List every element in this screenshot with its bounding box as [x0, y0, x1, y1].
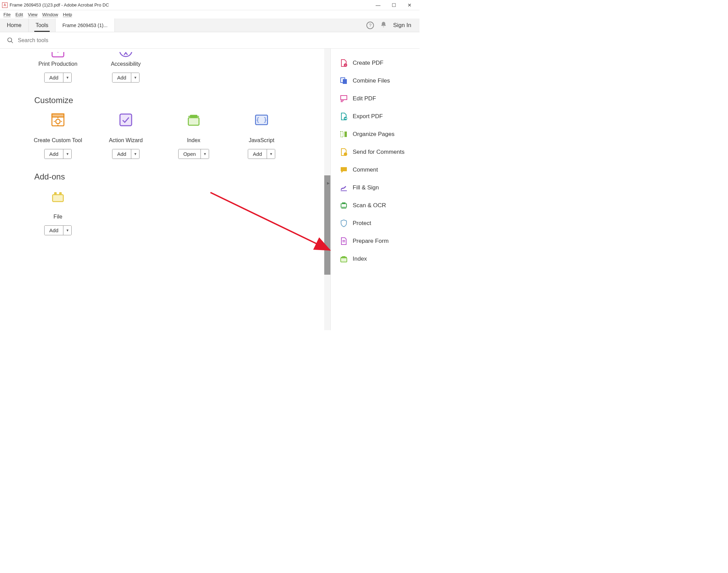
tool-label: Create Custom Tool	[34, 137, 82, 144]
dropdown-icon[interactable]: ▼	[267, 149, 275, 159]
add-button[interactable]: Add	[112, 73, 131, 82]
rp-organize-pages[interactable]: Organize Pages	[331, 125, 420, 143]
rp-scan-ocr[interactable]: Scan & OCR	[331, 197, 420, 214]
menu-file[interactable]: File	[3, 12, 11, 17]
svg-rect-38	[341, 258, 347, 262]
folder-tab-icon	[186, 112, 202, 128]
menu-edit[interactable]: Edit	[15, 12, 23, 17]
dropdown-icon[interactable]: ▼	[63, 226, 71, 235]
prepare-form-icon	[340, 237, 348, 245]
dropdown-icon[interactable]: ▼	[131, 149, 139, 159]
open-split-button[interactable]: Open ▼	[178, 149, 209, 159]
rp-combine-files[interactable]: Combine Files	[331, 72, 420, 90]
check-box-icon	[118, 112, 134, 128]
menu-view[interactable]: View	[28, 12, 37, 17]
open-button[interactable]: Open	[179, 149, 201, 159]
tool-print-production[interactable]: Print Production Add ▼	[24, 49, 92, 89]
add-split-button[interactable]: Add ▼	[44, 149, 72, 159]
tool-label: Print Production	[38, 61, 77, 67]
add-button[interactable]: Add	[45, 149, 63, 159]
addons-row: File Add ▼	[0, 185, 330, 242]
rp-create-pdf[interactable]: + Create PDF	[331, 54, 420, 72]
menu-help[interactable]: Help	[63, 12, 72, 17]
scrollbar-thumb[interactable]	[324, 175, 330, 275]
section-heading-addons: Add-ons	[0, 166, 330, 185]
tools-panel: Print Production Add ▼ Accessibility Add…	[0, 49, 330, 330]
panel-collapse-icon[interactable]: ▶	[326, 179, 330, 187]
main-area: Print Production Add ▼ Accessibility Add…	[0, 49, 420, 330]
tool-file[interactable]: File Add ▼	[24, 185, 92, 242]
svg-point-31	[344, 152, 347, 156]
lego-icon	[50, 188, 66, 204]
rp-prepare-form[interactable]: Prepare Form	[331, 232, 420, 250]
tab-document[interactable]: Frame 2609453 (1)...	[56, 18, 115, 32]
svg-rect-12	[120, 114, 132, 126]
rp-label: Comment	[353, 166, 378, 173]
svg-rect-13	[188, 118, 199, 125]
dropdown-icon[interactable]: ▼	[63, 149, 71, 159]
accessibility-icon	[118, 52, 134, 58]
add-button[interactable]: Add	[112, 149, 131, 159]
tool-accessibility[interactable]: Accessibility Add ▼	[92, 49, 160, 89]
svg-rect-29	[341, 132, 343, 137]
tool-label: Index	[187, 137, 200, 144]
svg-rect-33	[341, 204, 347, 207]
add-button[interactable]: Add	[45, 73, 63, 82]
svg-rect-18	[52, 195, 63, 201]
acrobat-app-icon: A	[2, 2, 8, 8]
partial-row: Print Production Add ▼ Accessibility Add…	[0, 49, 330, 89]
minimize-button[interactable]: —	[370, 0, 386, 10]
folder-tab-icon	[340, 255, 348, 263]
add-button[interactable]: Add	[248, 149, 267, 159]
rp-index[interactable]: Index	[331, 250, 420, 268]
tool-javascript[interactable]: { } JavaScript Add ▼	[228, 109, 295, 166]
add-split-button[interactable]: Add ▼	[44, 225, 72, 235]
dropdown-icon[interactable]: ▼	[201, 149, 209, 159]
scrollbar[interactable]	[324, 49, 330, 330]
rp-label: Index	[353, 256, 367, 262]
sign-in-link[interactable]: Sign In	[393, 22, 411, 29]
dropdown-icon[interactable]: ▼	[131, 73, 139, 82]
add-split-button[interactable]: Add ▼	[112, 149, 140, 159]
tab-home[interactable]: Home	[0, 18, 29, 32]
rp-label: Scan & OCR	[353, 202, 386, 209]
rp-label: Export PDF	[353, 113, 383, 120]
svg-rect-6	[52, 114, 64, 117]
menu-window[interactable]: Window	[42, 12, 58, 17]
tool-label: File	[53, 214, 62, 220]
tool-label: JavaScript	[249, 137, 275, 144]
tab-tools[interactable]: Tools	[29, 18, 56, 32]
braces-icon: { }	[254, 112, 269, 128]
tool-action-wizard[interactable]: Action Wizard Add ▼	[92, 109, 160, 166]
close-button[interactable]: ✕	[402, 0, 417, 10]
export-pdf-icon	[340, 112, 348, 121]
add-button[interactable]: Add	[45, 226, 63, 235]
help-icon[interactable]: ?	[366, 22, 374, 29]
search-input[interactable]	[18, 37, 413, 43]
svg-point-0	[8, 38, 12, 42]
tool-create-custom-tool[interactable]: Create Custom Tool Add ▼	[24, 109, 92, 166]
rp-label: Protect	[353, 220, 371, 227]
tool-label: Accessibility	[111, 61, 141, 67]
rp-fill-sign[interactable]: Fill & Sign	[331, 179, 420, 197]
rp-protect[interactable]: Protect	[331, 214, 420, 232]
add-split-button[interactable]: Add ▼	[248, 149, 276, 159]
send-comments-icon	[340, 148, 348, 156]
dropdown-icon[interactable]: ▼	[63, 73, 71, 82]
right-panel: + Create PDF Combine Files Edit PDF Expo…	[330, 49, 420, 330]
bell-icon[interactable]	[380, 21, 387, 29]
rp-send-for-comments[interactable]: Send for Comments	[331, 143, 420, 161]
tool-label: Action Wizard	[109, 137, 143, 144]
svg-rect-25	[341, 96, 347, 100]
create-pdf-icon: +	[340, 59, 348, 67]
window-title: Frame 2609453 (1)23.pdf - Adobe Acrobat …	[10, 2, 109, 8]
rp-export-pdf[interactable]: Export PDF	[331, 108, 420, 125]
rp-label: Send for Comments	[353, 149, 404, 155]
rp-label: Edit PDF	[353, 95, 376, 102]
add-split-button[interactable]: Add ▼	[44, 73, 72, 83]
tool-index[interactable]: Index Open ▼	[160, 109, 228, 166]
maximize-button[interactable]: ☐	[386, 0, 402, 10]
add-split-button[interactable]: Add ▼	[112, 73, 140, 83]
rp-comment[interactable]: Comment	[331, 161, 420, 179]
rp-edit-pdf[interactable]: Edit PDF	[331, 90, 420, 108]
